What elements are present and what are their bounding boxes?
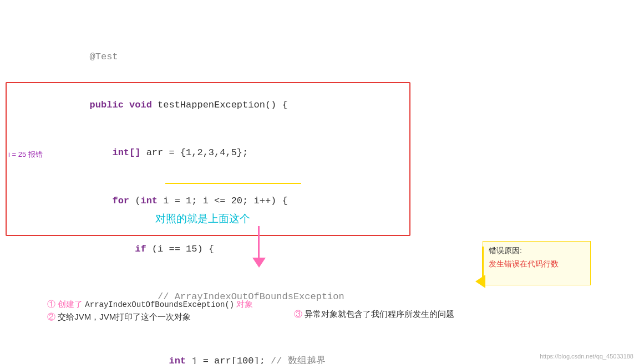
step2-circle: ② <box>47 312 55 321</box>
step1-class: ArrayIndexOutOfBoundsException() <box>85 300 234 309</box>
duizhao-annotation: 对照的就是上面这个 <box>155 212 250 226</box>
error-box-title: 错误原因: <box>489 246 585 256</box>
code-line-5: if (i == 15) { <box>44 225 344 274</box>
code-line-1: @Test <box>44 33 344 81</box>
error-annotation-box: 错误原因: 发生错误在代码行数 <box>483 241 591 285</box>
yellow-arrow-line <box>482 247 484 277</box>
code-line-2: public void testHappenException() { <box>44 81 344 130</box>
step2-text: 交给JVM，JVM打印了这个一次对象 <box>58 312 191 321</box>
i25-annotation: i = 25 报错 <box>8 150 43 160</box>
step3-annotation: ③ 异常对象就包含了我们程序所发生的问题 <box>294 309 454 320</box>
code-line-7: int j = arr[100]; // 数组越界 <box>44 321 344 364</box>
arr100-underline <box>165 183 301 184</box>
step1-circle: ① <box>47 299 55 309</box>
code-line-3: int[] arr = {1,2,3,4,5}; <box>44 129 344 177</box>
step1-text: 创建了 <box>58 299 83 309</box>
yellow-arrow-head <box>475 275 485 288</box>
error-box-content: 发生错误在代码行数 <box>489 259 585 269</box>
step1-suffix: 对象 <box>236 299 253 309</box>
step3-circle: ③ <box>294 309 302 319</box>
pink-arrow-head <box>252 258 266 268</box>
step1-annotation: ① 创建了 ArrayIndexOutOfBoundsException() 对… <box>47 299 253 310</box>
step2-annotation: ② 交给JVM，JVM打印了这个一次对象 <box>47 312 253 322</box>
pink-arrow-line <box>258 226 260 259</box>
bottom-annotations: ① 创建了 ArrayIndexOutOfBoundsException() 对… <box>47 299 253 322</box>
watermark: https://blog.csdn.net/qq_45033188 <box>540 353 633 360</box>
step3-text: 异常对象就包含了我们程序所发生的问题 <box>305 309 454 319</box>
